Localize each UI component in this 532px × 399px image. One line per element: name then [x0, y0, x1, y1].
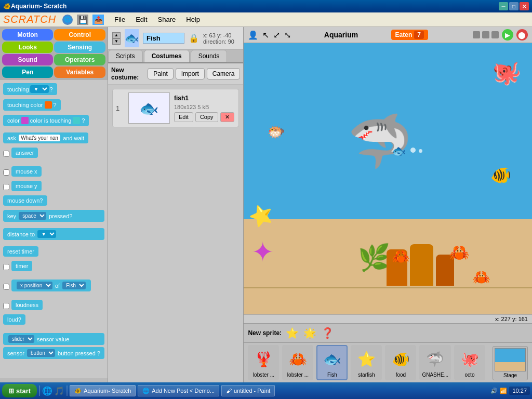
stage-fullscreen-icon[interactable]: ⤢ [273, 30, 280, 40]
color-swatch-orange[interactable] [45, 101, 52, 109]
save-icon[interactable]: 💾 [77, 15, 88, 25]
stage-thumb-item[interactable]: Stage [493, 346, 528, 380]
loudness-checkbox[interactable] [3, 303, 9, 309]
lock-icon[interactable]: 🔒 [189, 33, 199, 43]
stage-person-icon[interactable]: 👤 [248, 30, 258, 40]
stage-cursor-icon[interactable]: ↖ [262, 30, 269, 40]
cat-motion[interactable]: Motion [2, 29, 53, 41]
import-button[interactable]: Import [176, 68, 205, 79]
block-loud[interactable]: loud? [3, 314, 25, 325]
tab-scripts[interactable]: Scripts [108, 50, 143, 62]
block-touching-color[interactable]: touching color ? [3, 99, 61, 111]
media-icon[interactable]: 🎵 [54, 386, 64, 396]
tray-speaker[interactable]: 🔊 [490, 388, 498, 394]
block-loudness[interactable]: loudness [11, 300, 43, 310]
new-sprite-surprise-button[interactable]: ❓ [320, 326, 335, 340]
scene-small-fish: 🐡 [267, 124, 285, 141]
sensor-btn-dropdown[interactable]: button [27, 349, 55, 357]
stop-button[interactable]: ⬤ [516, 29, 528, 41]
block-mouse-down[interactable]: mouse down? [3, 195, 47, 206]
block-timer[interactable]: timer [11, 261, 32, 271]
touching-dropdown[interactable]: ▼ [30, 85, 49, 93]
stage-layout-icon1[interactable] [473, 31, 480, 38]
sprite-item-lobster1[interactable]: 🦞 lobster ... [248, 345, 279, 380]
block-reset-timer[interactable]: reset timer [3, 246, 38, 257]
block-distance-to[interactable]: distance to ▼ [3, 228, 104, 240]
upload-icon[interactable]: 📤 [92, 15, 104, 25]
timer-block: timer [3, 261, 104, 273]
x-position-checkbox[interactable] [3, 284, 9, 290]
distance-dropdown[interactable]: ▼ [37, 230, 56, 238]
block-key-pressed[interactable]: key space pressed? [3, 210, 104, 222]
sprite-dropdown[interactable]: Fish [62, 282, 86, 289]
paint-button[interactable]: Paint [148, 68, 173, 79]
block-mouse-y[interactable]: mouse y [11, 181, 42, 191]
menu-help[interactable]: Help [182, 15, 204, 24]
sprite-item-food[interactable]: 🐠 food [385, 345, 416, 380]
block-touching[interactable]: touching ▼ ? [3, 83, 57, 95]
x-position-block: x position of Fish [3, 280, 104, 294]
right-panel: 👤 ↖ ⤢ ⤡ Aquarium Eaten 7 ▶ ⬤ [244, 27, 532, 382]
block-slider-sensor[interactable]: slider sensor value [3, 333, 104, 345]
sprite-item-octo[interactable]: 🐙 octo [454, 345, 485, 380]
mouse-x-checkbox[interactable] [3, 169, 9, 176]
timer-checkbox[interactable] [3, 264, 9, 270]
title-icon: 🐠 [3, 3, 11, 10]
position-dropdown[interactable]: x position [17, 282, 52, 289]
answer-checkbox[interactable] [3, 151, 9, 157]
copy-button[interactable]: Copy [195, 112, 218, 122]
sprite-item-starfish[interactable]: ⭐ starfish [351, 345, 382, 380]
taskbar-scratch[interactable]: 🐠 Aquarium- Scratch [70, 385, 136, 396]
stage-layout-icon3[interactable] [491, 31, 499, 38]
cat-looks[interactable]: Looks [2, 42, 53, 53]
scene-fish-eaten: 🐟 [392, 144, 406, 158]
menu-edit[interactable]: Edit [131, 15, 151, 24]
new-sprite-star-button[interactable]: ⭐ [285, 326, 299, 340]
taskbar-demo[interactable]: 🌐 Add New Post < Demo... [138, 385, 219, 396]
globe-icon[interactable]: 🌐 [62, 15, 73, 25]
mouse-y-checkbox[interactable] [3, 184, 9, 190]
cat-sound[interactable]: Sound [2, 54, 53, 65]
sprite-name-input[interactable] [143, 33, 184, 44]
block-answer[interactable]: answer [11, 148, 38, 158]
menu-share[interactable]: Share [154, 15, 180, 24]
block-mouse-x[interactable]: mouse x [11, 166, 42, 177]
camera-button[interactable]: Camera [207, 68, 241, 79]
start-button[interactable]: ⊞ start [2, 384, 37, 397]
block-color-touching[interactable]: color color is touching ? [3, 115, 89, 126]
taskbar-paint[interactable]: 🖌 untitled - Paint [221, 385, 275, 396]
key-dropdown[interactable]: space [19, 212, 46, 220]
sprite-item-gnasher[interactable]: 🦈 GNASHE... [419, 345, 451, 380]
close-button[interactable]: ✕ [520, 2, 529, 10]
ie-icon[interactable]: 🌐 [42, 386, 52, 396]
menu-file[interactable]: File [110, 15, 129, 24]
new-sprite-wand-button[interactable]: 🌟 [302, 326, 317, 340]
delete-button[interactable]: ✕ [220, 112, 234, 122]
green-flag-button[interactable]: ▶ [502, 29, 513, 41]
tab-sounds[interactable]: Sounds [191, 50, 228, 62]
stage-layout-icon2[interactable] [482, 31, 489, 38]
nav-down[interactable]: ▼ [112, 38, 121, 45]
tab-costumes[interactable]: Costumes [144, 50, 190, 62]
cat-control[interactable]: Control [54, 29, 105, 41]
block-sensor-button[interactable]: sensor button button pressed ? [3, 347, 104, 359]
edit-button[interactable]: Edit [174, 112, 193, 122]
block-ask[interactable]: ask and wait [3, 132, 88, 143]
cat-operators[interactable]: Operators [54, 54, 105, 65]
cat-sensing[interactable]: Sensing [54, 42, 105, 53]
scene-seaweed: 🌿 [358, 243, 390, 273]
sprite-item-fish[interactable]: 🐟 Fish [316, 345, 348, 380]
cat-pen[interactable]: Pen [2, 66, 53, 78]
minimize-button[interactable]: ─ [499, 2, 508, 10]
color-swatch-cyan[interactable] [73, 117, 80, 124]
stage-zoom-icon[interactable]: ⤡ [284, 30, 291, 40]
tray-network[interactable]: 📶 [500, 388, 507, 394]
color-swatch-purple[interactable] [21, 117, 29, 124]
cat-variables[interactable]: Variables [54, 66, 105, 78]
ask-input[interactable] [19, 135, 60, 141]
sprite-item-lobster2[interactable]: 🦀 lobster ... [282, 345, 313, 380]
nav-up[interactable]: ▲ [112, 32, 121, 38]
block-x-position[interactable]: x position of Fish [11, 280, 91, 291]
slider-dropdown[interactable]: slider [8, 335, 34, 343]
maximize-button[interactable]: □ [509, 2, 518, 10]
